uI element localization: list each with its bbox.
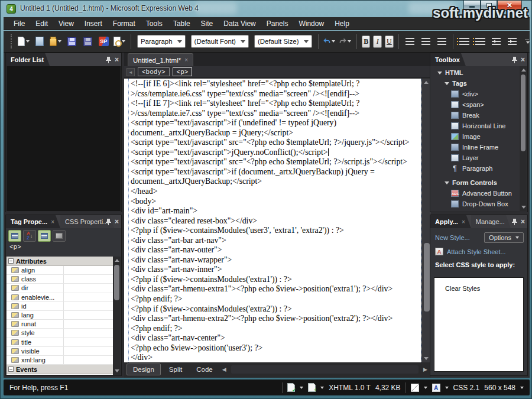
sort-alphabetical-button[interactable]: AZ↓: [23, 230, 36, 242]
superpreview-button[interactable]: SP: [96, 34, 111, 49]
show-categorized-button[interactable]: [8, 230, 21, 242]
undo-button[interactable]: [322, 34, 336, 49]
view-tab-design[interactable]: Design: [126, 364, 161, 375]
save-button[interactable]: [64, 34, 79, 49]
toolbox-item-break[interactable]: Break: [431, 110, 520, 121]
tab-apply-styles[interactable]: Apply...×: [430, 215, 471, 228]
toolbox-item-inline-frame[interactable]: Inline Frame: [431, 142, 520, 153]
attribute-row[interactable]: dir: [7, 284, 113, 293]
toolbox-group-tags[interactable]: Tags: [431, 78, 520, 89]
tab-close-icon[interactable]: ×: [462, 219, 465, 225]
open-file-button[interactable]: [48, 34, 63, 49]
compatibility-check-icon[interactable]: ✓: [287, 383, 295, 392]
toolbox-group-html[interactable]: HTML: [431, 67, 520, 78]
toolbox-item-div[interactable]: <div>: [431, 89, 520, 99]
attribute-row[interactable]: align: [7, 266, 113, 275]
selection-margin[interactable]: [124, 79, 128, 362]
tag-breadcrumb-p[interactable]: <p>: [173, 67, 193, 76]
toolbox-item-span[interactable]: <span>: [431, 99, 520, 110]
menu-data-view[interactable]: Data View: [218, 18, 261, 30]
pin-icon[interactable]: [106, 57, 111, 63]
dimensions-caret-icon[interactable]: [520, 387, 524, 389]
dropdown-caret-icon[interactable]: [445, 387, 449, 389]
menu-site[interactable]: Site: [196, 18, 219, 30]
menu-table[interactable]: Table: [168, 18, 196, 30]
attributes-section-header[interactable]: Attributes: [7, 257, 113, 266]
preview-in-browser-button[interactable]: [112, 34, 126, 49]
toolbox-item-paragraph[interactable]: ¶Paragraph: [431, 163, 520, 174]
numbered-list-button[interactable]: [458, 34, 472, 49]
attribute-row[interactable]: class: [7, 275, 113, 284]
tag-scroll-left-icon[interactable]: ◂: [126, 68, 135, 76]
css-style-list[interactable]: Clear Styles: [434, 277, 524, 372]
tag-properties-scrollbar[interactable]: [113, 257, 121, 375]
attribute-row[interactable]: id: [7, 302, 113, 311]
doctype-indicator[interactable]: XHTML 1.0 T: [329, 384, 371, 392]
document-tab-close-icon[interactable]: ×: [184, 57, 188, 63]
close-panel-icon[interactable]: ×: [521, 218, 525, 225]
increase-indent-button[interactable]: [505, 34, 520, 49]
horizontal-scrollbar[interactable]: [231, 365, 419, 374]
underline-button[interactable]: U: [385, 35, 394, 48]
folder-list-content[interactable]: [7, 66, 121, 211]
bullet-list-button[interactable]: [473, 34, 488, 49]
page-dimensions-indicator[interactable]: 560 x 548: [484, 384, 515, 392]
attribute-row[interactable]: enablevie...: [7, 293, 113, 302]
scrollbar-thumb[interactable]: [114, 265, 119, 300]
new-document-button[interactable]: [17, 34, 31, 49]
toolbox-item-layer[interactable]: Layer: [431, 153, 520, 163]
options-button[interactable]: Options: [484, 232, 524, 243]
attribute-row[interactable]: style: [7, 329, 113, 338]
close-panel-icon[interactable]: ×: [115, 56, 119, 63]
paragraph-style-combobox[interactable]: Paragraph: [137, 35, 186, 48]
dropdown-caret-icon[interactable]: [320, 387, 324, 389]
document-tab[interactable]: Untitled_1.html*×: [128, 53, 193, 66]
visual-aids-icon[interactable]: [411, 384, 419, 392]
view-tab-split[interactable]: Split: [163, 364, 188, 375]
toolbar-grip[interactable]: [11, 34, 12, 48]
tab-close-icon[interactable]: ×: [51, 219, 54, 225]
toolbox-item-horizontal-line[interactable]: Horizontal Line: [431, 121, 520, 131]
code-editor[interactable]: <!--[if IE 6]><link rel="stylesheet" hre…: [128, 79, 421, 362]
close-panel-icon[interactable]: ×: [521, 56, 525, 63]
close-panel-icon[interactable]: ×: [115, 218, 119, 225]
toolbar-options-button[interactable]: [525, 40, 530, 44]
toolbox-item-image[interactable]: Image: [431, 131, 520, 142]
events-section-header[interactable]: Events: [7, 365, 113, 374]
show-set-properties-button[interactable]: [38, 230, 51, 242]
toolbox-item-form[interactable]: Form: [431, 209, 520, 211]
menu-insert[interactable]: Insert: [79, 18, 108, 30]
bold-button[interactable]: B: [362, 35, 371, 48]
hscroll-left-icon[interactable]: ◀: [219, 366, 230, 372]
scrollbar-thumb[interactable]: [521, 74, 525, 151]
attribute-row[interactable]: xml:lang: [7, 356, 113, 365]
menu-edit[interactable]: Edit: [30, 18, 53, 30]
view-tab-code[interactable]: Code: [190, 364, 219, 375]
pin-icon[interactable]: [106, 219, 111, 225]
align-right-button[interactable]: [434, 34, 449, 49]
menu-view[interactable]: View: [53, 18, 79, 30]
pin-icon[interactable]: [512, 219, 517, 225]
save-all-button[interactable]: [80, 34, 95, 49]
align-left-button[interactable]: [403, 34, 417, 49]
folder-list-title[interactable]: Folder List: [6, 53, 50, 66]
attach-style-sheet-link[interactable]: Attach Style Sheet...: [447, 248, 506, 255]
attribute-row[interactable]: title: [7, 338, 113, 347]
style-application-icon[interactable]: A: [432, 384, 440, 392]
dropdown-caret-icon[interactable]: [300, 387, 303, 389]
attribute-row[interactable]: lang: [7, 311, 113, 320]
menu-panels[interactable]: Panels: [261, 18, 294, 30]
css-schema-indicator[interactable]: CSS 2.1: [453, 384, 480, 392]
redo-button[interactable]: [338, 34, 352, 49]
dropdown-caret-icon[interactable]: [424, 387, 427, 389]
scrollbar-thumb[interactable]: [424, 243, 430, 311]
font-size-combobox[interactable]: (Default Size): [254, 35, 312, 48]
code-errors-icon[interactable]: +: [308, 383, 316, 392]
pin-icon[interactable]: [512, 57, 517, 63]
menu-window[interactable]: Window: [293, 18, 329, 30]
tag-breadcrumb-body[interactable]: <body>: [138, 67, 170, 76]
attribute-row[interactable]: runat: [7, 320, 113, 329]
toolbox-scrollbar[interactable]: [520, 66, 527, 211]
toolbox-title[interactable]: Toolbox: [430, 53, 466, 66]
toolbox-item-drop-down-box[interactable]: Drop-Down Box: [431, 199, 520, 209]
